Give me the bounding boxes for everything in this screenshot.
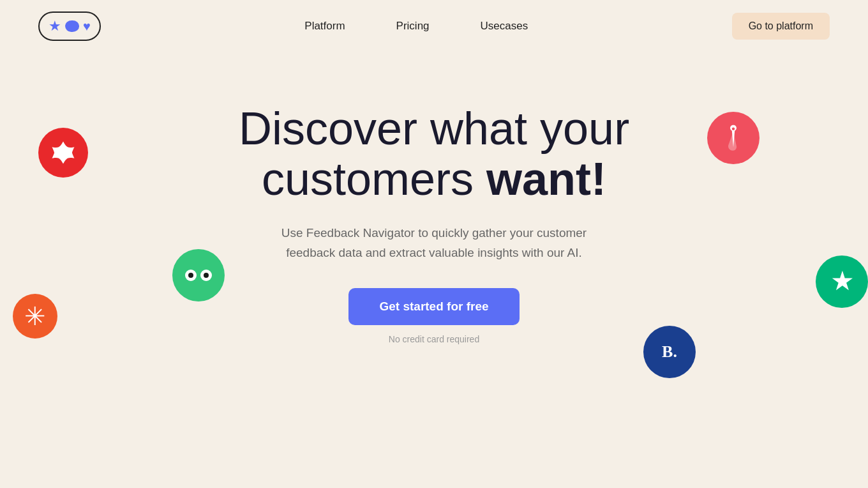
logo[interactable]: ★ ♥ bbox=[38, 11, 101, 41]
get-started-button[interactable]: Get started for free bbox=[348, 288, 519, 325]
nav-usecases[interactable]: Usecases bbox=[481, 20, 528, 33]
hero-section: Discover what your customers want! Use F… bbox=[0, 52, 868, 344]
nav-pricing[interactable]: Pricing bbox=[396, 20, 430, 33]
navbar: ★ ♥ Platform Pricing Usecases Go to plat… bbox=[0, 0, 868, 52]
nav-platform[interactable]: Platform bbox=[304, 20, 345, 33]
logo-star-icon: ★ bbox=[49, 18, 61, 34]
nav-links: Platform Pricing Usecases bbox=[304, 20, 528, 33]
hero-cta-group: Get started for free No credit card requ… bbox=[0, 288, 868, 344]
go-to-platform-button[interactable]: Go to platform bbox=[732, 13, 830, 40]
hero-subtitle: Use Feedback Navigator to quickly gather… bbox=[255, 224, 613, 263]
no-credit-card-note: No credit card required bbox=[0, 334, 868, 344]
logo-heart-icon: ♥ bbox=[83, 19, 91, 34]
logo-bubble-icon bbox=[65, 20, 79, 32]
hero-title: Discover what your customers want! bbox=[0, 103, 868, 204]
hero-title-line2: customers want! bbox=[262, 153, 606, 204]
